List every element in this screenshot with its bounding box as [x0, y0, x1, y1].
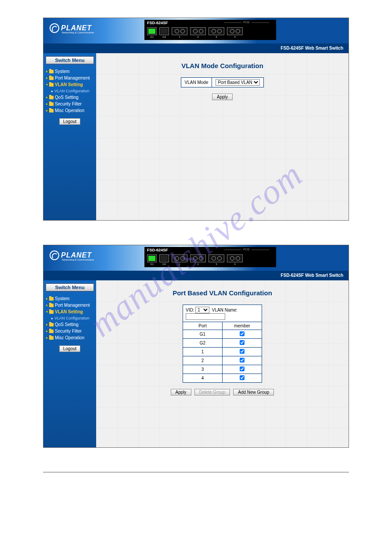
vlan-name-input[interactable]	[186, 313, 225, 320]
footer-rule	[43, 472, 349, 472]
table-row: 3	[183, 365, 262, 374]
member-checkbox[interactable]	[240, 366, 245, 371]
port-4-icon	[227, 254, 243, 262]
folder-icon	[49, 297, 54, 301]
delete-group-button[interactable]: Delete Group	[194, 389, 230, 395]
member-checkbox[interactable]	[240, 331, 245, 336]
planet-globe-icon	[50, 23, 59, 33]
sidebar-item-qos-setting[interactable]: ▸QoS Setting	[45, 94, 94, 101]
sidebar-item-vlan-setting[interactable]: ▾VLAN Setting	[45, 81, 94, 88]
header-bar: PLANET Networking & Communication FSD-62…	[43, 245, 349, 272]
screenshot-vlan-mode: PLANET Networking & Communication FSD-62…	[43, 18, 349, 221]
port-3-label: 3	[216, 263, 217, 265]
port-3-label: 3	[216, 36, 217, 38]
port-2-icon	[190, 27, 206, 35]
folder-icon	[49, 102, 54, 106]
port-g2-label: G2	[162, 36, 166, 38]
port-g1-icon	[147, 254, 157, 262]
logout-button[interactable]: Logout	[59, 345, 81, 352]
vlan-mode-label: VLAN Mode	[181, 78, 212, 87]
port-g1-label: G1	[150, 263, 154, 265]
sidebar-item-system[interactable]: ▸System	[45, 68, 94, 75]
sidebar-item-vlan-configuration[interactable]: ▸VLAN Configuration	[45, 88, 94, 94]
col-port-header: Port	[183, 322, 223, 330]
sidebar-item-vlan-setting[interactable]: ▾VLAN Setting	[45, 308, 94, 315]
port-4-label: 4	[234, 36, 235, 38]
sidebar-item-label: VLAN Configuration	[54, 316, 90, 320]
sidebar-item-misc-operation[interactable]: ▸Misc Operation	[45, 107, 94, 114]
sidebar-item-port-management[interactable]: ▸Port Management	[45, 75, 94, 81]
sidebar-item-label: Port Management	[55, 303, 90, 308]
sidebar-item-system[interactable]: ▸System	[45, 295, 94, 302]
port-1-icon	[172, 27, 187, 35]
port-cell: 3	[183, 365, 223, 374]
logout-button[interactable]: Logout	[59, 118, 81, 125]
port-vlan-table: VID: 1 VLAN Name: Portmember G1 G2 1 2 3…	[183, 305, 262, 383]
table-row: 2	[183, 356, 262, 365]
port-4-icon	[227, 27, 243, 35]
sidebar-item-label: Security Filter	[55, 329, 82, 334]
member-checkbox[interactable]	[240, 349, 245, 354]
poe-label: POE	[222, 248, 271, 251]
sidebar-item-misc-operation[interactable]: ▸Misc Operation	[45, 334, 94, 341]
sidebar-item-security-filter[interactable]: ▸Security Filter	[45, 328, 94, 334]
apply-button[interactable]: Apply	[212, 94, 233, 100]
member-checkbox[interactable]	[240, 358, 245, 363]
vid-label: VID:	[186, 308, 194, 312]
vlan-mode-table: VLAN Mode Port Based VLAN	[181, 77, 264, 87]
col-member-header: member	[223, 322, 262, 330]
folder-icon	[49, 330, 54, 333]
port-1-label: 1	[179, 263, 180, 265]
add-new-group-button[interactable]: Add New Group	[233, 389, 274, 395]
sidebar-item-label: VLAN Setting	[55, 309, 83, 314]
port-g2-icon	[159, 254, 169, 262]
brand-subtitle: Networking & Communication	[62, 31, 94, 34]
sidebar-item-label: VLAN Configuration	[54, 89, 90, 93]
sidebar-item-vlan-configuration[interactable]: ▸VLAN Configuration	[45, 315, 94, 321]
folder-icon	[49, 70, 54, 73]
folder-icon	[49, 96, 54, 99]
vid-select[interactable]: 1	[195, 307, 209, 313]
sidebar-item-label: Security Filter	[55, 102, 82, 106]
header-bar: PLANET Networking & Communication FSD-62…	[43, 18, 349, 44]
port-1-label: 1	[179, 36, 180, 38]
member-checkbox[interactable]	[240, 340, 245, 345]
sidebar-title: Switch Menu	[45, 283, 94, 292]
content-area: VLAN Mode Configuration VLAN Mode Port B…	[96, 53, 349, 220]
port-2-label: 2	[197, 263, 198, 265]
port-g1-label: G1	[150, 36, 154, 38]
port-cell: 2	[183, 356, 223, 365]
folder-icon	[49, 310, 54, 314]
port-1-icon	[172, 254, 187, 262]
apply-button[interactable]: Apply	[171, 389, 191, 395]
folder-icon	[49, 304, 54, 307]
planet-globe-icon	[50, 250, 59, 260]
vlan-name-label: VLAN Name:	[212, 308, 237, 312]
vlan-mode-select[interactable]: Port Based VLAN	[216, 79, 260, 86]
table-row: 4	[183, 374, 262, 383]
sidebar-item-label: QoS Setting	[55, 322, 79, 327]
folder-icon	[49, 323, 54, 326]
member-checkbox[interactable]	[240, 375, 245, 380]
product-line-bar: FSD-624SF Web Smart Switch	[43, 272, 349, 280]
sidebar-item-security-filter[interactable]: ▸Security Filter	[45, 101, 94, 107]
folder-icon	[49, 76, 54, 80]
sidebar-item-qos-setting[interactable]: ▸QoS Setting	[45, 321, 94, 328]
page-title: VLAN Mode Configuration	[105, 62, 340, 69]
port-2-label: 2	[197, 36, 198, 38]
port-g2-label: G2	[162, 263, 166, 265]
sidebar-item-label: System	[55, 296, 69, 301]
sidebar-item-label: Misc Operation	[55, 108, 84, 113]
table-row: G2	[183, 339, 262, 348]
port-cell: 1	[183, 348, 223, 356]
product-line-bar: FSD-624SF Web Smart Switch	[43, 44, 349, 53]
folder-icon	[49, 83, 54, 87]
port-3-icon	[209, 254, 224, 262]
sidebar-item-label: QoS Setting	[55, 95, 79, 100]
port-cell: 4	[183, 374, 223, 383]
port-cell: G1	[183, 330, 223, 339]
sidebar-item-port-management[interactable]: ▸Port Management	[45, 302, 94, 308]
device-model-label: FSD-624SF	[147, 21, 168, 25]
sidebar-item-label: Misc Operation	[55, 335, 84, 340]
sidebar-title: Switch Menu	[45, 56, 94, 65]
